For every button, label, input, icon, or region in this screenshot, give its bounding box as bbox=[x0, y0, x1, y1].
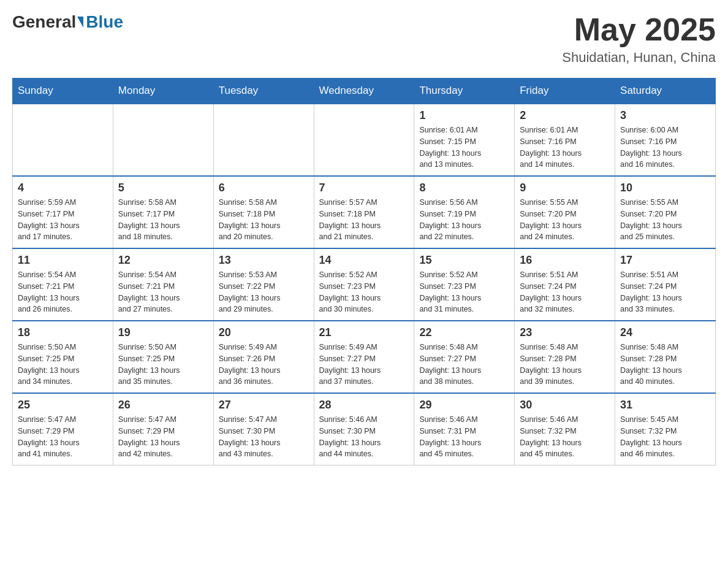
day-number: 21 bbox=[319, 326, 409, 339]
calendar-cell: 16Sunrise: 5:51 AM Sunset: 7:24 PM Dayli… bbox=[515, 248, 615, 321]
calendar-cell bbox=[314, 104, 414, 176]
calendar-cell: 21Sunrise: 5:49 AM Sunset: 7:27 PM Dayli… bbox=[314, 321, 414, 393]
calendar-cell: 24Sunrise: 5:48 AM Sunset: 7:28 PM Dayli… bbox=[615, 321, 716, 393]
day-number: 22 bbox=[419, 326, 509, 339]
week-row-2: 4Sunrise: 5:59 AM Sunset: 7:17 PM Daylig… bbox=[13, 176, 716, 248]
calendar-cell: 22Sunrise: 5:48 AM Sunset: 7:27 PM Dayli… bbox=[414, 321, 515, 393]
calendar-weekday-wednesday: Wednesday bbox=[314, 79, 414, 104]
day-info: Sunrise: 5:52 AM Sunset: 7:23 PM Dayligh… bbox=[319, 269, 409, 315]
day-number: 27 bbox=[219, 399, 309, 412]
calendar-cell: 3Sunrise: 6:00 AM Sunset: 7:16 PM Daylig… bbox=[615, 104, 716, 176]
day-number: 29 bbox=[419, 399, 509, 412]
day-info: Sunrise: 5:49 AM Sunset: 7:27 PM Dayligh… bbox=[319, 342, 409, 388]
calendar-weekday-sunday: Sunday bbox=[13, 79, 113, 104]
calendar-cell: 6Sunrise: 5:58 AM Sunset: 7:18 PM Daylig… bbox=[213, 176, 314, 248]
day-number: 25 bbox=[18, 399, 108, 412]
day-number: 1 bbox=[419, 109, 509, 122]
calendar-cell: 23Sunrise: 5:48 AM Sunset: 7:28 PM Dayli… bbox=[515, 321, 615, 393]
day-number: 12 bbox=[118, 254, 208, 267]
day-info: Sunrise: 5:58 AM Sunset: 7:17 PM Dayligh… bbox=[118, 197, 208, 243]
day-info: Sunrise: 5:50 AM Sunset: 7:25 PM Dayligh… bbox=[18, 342, 108, 388]
calendar-weekday-friday: Friday bbox=[515, 79, 615, 104]
day-info: Sunrise: 5:50 AM Sunset: 7:25 PM Dayligh… bbox=[118, 342, 208, 388]
day-number: 17 bbox=[620, 254, 710, 267]
day-number: 23 bbox=[520, 326, 610, 339]
calendar-weekday-saturday: Saturday bbox=[615, 79, 716, 104]
day-number: 31 bbox=[620, 399, 710, 412]
calendar-table: SundayMondayTuesdayWednesdayThursdayFrid… bbox=[12, 78, 716, 465]
calendar-cell bbox=[13, 104, 113, 176]
title-block: May 2025 Shuidatian, Hunan, China bbox=[562, 12, 716, 66]
calendar-cell: 13Sunrise: 5:53 AM Sunset: 7:22 PM Dayli… bbox=[213, 248, 314, 321]
logo-blue-text: Blue bbox=[86, 12, 123, 32]
day-info: Sunrise: 5:59 AM Sunset: 7:17 PM Dayligh… bbox=[18, 197, 108, 243]
day-number: 14 bbox=[319, 254, 409, 267]
day-number: 24 bbox=[620, 326, 710, 339]
calendar-cell: 20Sunrise: 5:49 AM Sunset: 7:26 PM Dayli… bbox=[213, 321, 314, 393]
calendar-cell: 2Sunrise: 6:01 AM Sunset: 7:16 PM Daylig… bbox=[515, 104, 615, 176]
calendar-cell: 12Sunrise: 5:54 AM Sunset: 7:21 PM Dayli… bbox=[113, 248, 213, 321]
day-info: Sunrise: 5:58 AM Sunset: 7:18 PM Dayligh… bbox=[219, 197, 309, 243]
logo: General Blue bbox=[12, 12, 123, 32]
day-number: 4 bbox=[18, 182, 108, 194]
week-row-4: 18Sunrise: 5:50 AM Sunset: 7:25 PM Dayli… bbox=[13, 321, 716, 393]
day-number: 20 bbox=[219, 326, 309, 339]
day-info: Sunrise: 5:48 AM Sunset: 7:28 PM Dayligh… bbox=[620, 342, 710, 388]
day-info: Sunrise: 5:54 AM Sunset: 7:21 PM Dayligh… bbox=[18, 269, 108, 315]
logo-general-text: General bbox=[12, 12, 76, 32]
calendar-cell: 26Sunrise: 5:47 AM Sunset: 7:29 PM Dayli… bbox=[113, 393, 213, 465]
location-title: Shuidatian, Hunan, China bbox=[562, 50, 716, 66]
calendar-header-row: SundayMondayTuesdayWednesdayThursdayFrid… bbox=[13, 79, 716, 104]
logo-triangle-icon bbox=[77, 17, 83, 28]
day-number: 3 bbox=[620, 109, 710, 122]
day-number: 6 bbox=[219, 182, 309, 194]
day-info: Sunrise: 6:01 AM Sunset: 7:15 PM Dayligh… bbox=[419, 124, 509, 170]
day-info: Sunrise: 5:47 AM Sunset: 7:29 PM Dayligh… bbox=[118, 414, 208, 460]
day-info: Sunrise: 5:55 AM Sunset: 7:20 PM Dayligh… bbox=[520, 197, 610, 243]
calendar-cell bbox=[213, 104, 314, 176]
month-title: May 2025 bbox=[562, 12, 716, 47]
calendar-cell: 27Sunrise: 5:47 AM Sunset: 7:30 PM Dayli… bbox=[213, 393, 314, 465]
day-info: Sunrise: 5:45 AM Sunset: 7:32 PM Dayligh… bbox=[620, 414, 710, 460]
day-info: Sunrise: 5:53 AM Sunset: 7:22 PM Dayligh… bbox=[219, 269, 309, 315]
day-info: Sunrise: 5:46 AM Sunset: 7:30 PM Dayligh… bbox=[319, 414, 409, 460]
day-info: Sunrise: 5:46 AM Sunset: 7:31 PM Dayligh… bbox=[419, 414, 509, 460]
day-number: 11 bbox=[18, 254, 108, 267]
calendar-cell: 4Sunrise: 5:59 AM Sunset: 7:17 PM Daylig… bbox=[13, 176, 113, 248]
calendar-cell: 19Sunrise: 5:50 AM Sunset: 7:25 PM Dayli… bbox=[113, 321, 213, 393]
calendar-cell: 28Sunrise: 5:46 AM Sunset: 7:30 PM Dayli… bbox=[314, 393, 414, 465]
day-info: Sunrise: 5:49 AM Sunset: 7:26 PM Dayligh… bbox=[219, 342, 309, 388]
calendar-cell: 8Sunrise: 5:56 AM Sunset: 7:19 PM Daylig… bbox=[414, 176, 515, 248]
calendar-cell: 18Sunrise: 5:50 AM Sunset: 7:25 PM Dayli… bbox=[13, 321, 113, 393]
calendar-cell: 17Sunrise: 5:51 AM Sunset: 7:24 PM Dayli… bbox=[615, 248, 716, 321]
day-number: 26 bbox=[118, 399, 208, 412]
day-number: 28 bbox=[319, 399, 409, 412]
day-number: 15 bbox=[419, 254, 509, 267]
calendar-cell: 25Sunrise: 5:47 AM Sunset: 7:29 PM Dayli… bbox=[13, 393, 113, 465]
day-info: Sunrise: 5:48 AM Sunset: 7:28 PM Dayligh… bbox=[520, 342, 610, 388]
day-info: Sunrise: 5:47 AM Sunset: 7:30 PM Dayligh… bbox=[219, 414, 309, 460]
day-number: 7 bbox=[319, 182, 409, 194]
calendar-cell: 14Sunrise: 5:52 AM Sunset: 7:23 PM Dayli… bbox=[314, 248, 414, 321]
day-number: 30 bbox=[520, 399, 610, 412]
day-info: Sunrise: 6:01 AM Sunset: 7:16 PM Dayligh… bbox=[520, 124, 610, 170]
week-row-5: 25Sunrise: 5:47 AM Sunset: 7:29 PM Dayli… bbox=[13, 393, 716, 465]
week-row-1: 1Sunrise: 6:01 AM Sunset: 7:15 PM Daylig… bbox=[13, 104, 716, 176]
day-number: 2 bbox=[520, 109, 610, 122]
day-info: Sunrise: 5:55 AM Sunset: 7:20 PM Dayligh… bbox=[620, 197, 710, 243]
day-info: Sunrise: 5:48 AM Sunset: 7:27 PM Dayligh… bbox=[419, 342, 509, 388]
day-number: 18 bbox=[18, 326, 108, 339]
calendar-cell: 1Sunrise: 6:01 AM Sunset: 7:15 PM Daylig… bbox=[414, 104, 515, 176]
day-number: 19 bbox=[118, 326, 208, 339]
day-info: Sunrise: 5:51 AM Sunset: 7:24 PM Dayligh… bbox=[620, 269, 710, 315]
day-info: Sunrise: 5:57 AM Sunset: 7:18 PM Dayligh… bbox=[319, 197, 409, 243]
day-info: Sunrise: 6:00 AM Sunset: 7:16 PM Dayligh… bbox=[620, 124, 710, 170]
calendar-weekday-monday: Monday bbox=[113, 79, 213, 104]
calendar-cell: 5Sunrise: 5:58 AM Sunset: 7:17 PM Daylig… bbox=[113, 176, 213, 248]
day-number: 10 bbox=[620, 182, 710, 194]
calendar-cell: 9Sunrise: 5:55 AM Sunset: 7:20 PM Daylig… bbox=[515, 176, 615, 248]
day-info: Sunrise: 5:56 AM Sunset: 7:19 PM Dayligh… bbox=[419, 197, 509, 243]
calendar-cell: 7Sunrise: 5:57 AM Sunset: 7:18 PM Daylig… bbox=[314, 176, 414, 248]
day-info: Sunrise: 5:46 AM Sunset: 7:32 PM Dayligh… bbox=[520, 414, 610, 460]
calendar-cell: 11Sunrise: 5:54 AM Sunset: 7:21 PM Dayli… bbox=[13, 248, 113, 321]
